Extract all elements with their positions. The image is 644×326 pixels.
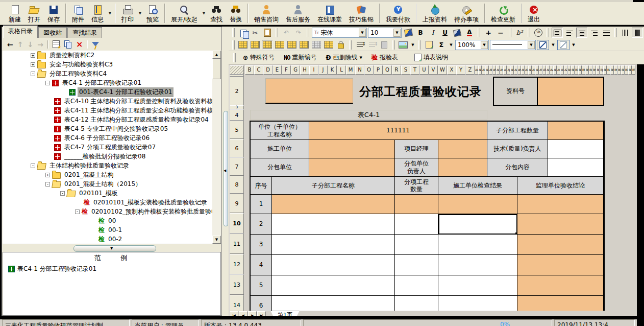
column-header[interactable]: AB (478, 65, 482, 75)
doc-number-field[interactable] (538, 78, 603, 105)
construction-unit-field[interactable] (309, 140, 395, 158)
pay-button[interactable]: 我要付款 (382, 2, 414, 25)
column-header[interactable]: AT (542, 65, 546, 75)
tech-lead-field[interactable] (548, 140, 604, 158)
toolbar-grip[interactable] (509, 28, 511, 37)
column-header[interactable]: AL (514, 65, 517, 75)
column-header[interactable]: T (410, 65, 419, 75)
column-header[interactable]: BS (632, 65, 635, 75)
tab-回收站[interactable]: 回收站 (38, 27, 67, 38)
align-left-button[interactable] (564, 28, 575, 38)
row-header[interactable]: 7 (230, 157, 244, 176)
column-header[interactable]: AP (528, 65, 532, 75)
copy-form-icon[interactable] (64, 40, 72, 48)
merge-cells-button[interactable] (250, 40, 261, 50)
tree-item[interactable]: 001-表C4-1 分部工程验收记录01 (3, 87, 212, 97)
sum-dropdown[interactable]: ▼ (448, 40, 454, 50)
tree-item[interactable]: 表C4-10 主体结构分部工程质量控制资料及验收资料核查记 (3, 97, 212, 106)
row-header[interactable]: 13 (230, 274, 244, 295)
collapse-left-icon[interactable]: ◀ (224, 169, 226, 173)
item-count-cell[interactable] (395, 275, 438, 296)
column-header[interactable]: AG (496, 65, 500, 75)
print-button[interactable]: 打印 (118, 2, 137, 25)
dropdown-arrow-icon[interactable]: ▼ (393, 29, 401, 37)
nav-down-icon[interactable]: ↓ (27, 41, 33, 48)
align-right-button[interactable] (588, 28, 600, 38)
subpart-name-cell[interactable] (272, 255, 395, 275)
bold-button[interactable]: B (415, 28, 426, 38)
form-edit-button[interactable] (424, 40, 435, 50)
check-result-cell[interactable] (438, 195, 517, 214)
column-header[interactable]: BM (610, 65, 614, 75)
subpart-name-cell[interactable] (272, 275, 395, 296)
undo-button[interactable]: ↶ (281, 28, 292, 38)
subpart-name-cell[interactable] (272, 195, 395, 214)
tree-item[interactable]: 检00 (3, 216, 212, 225)
acceptance-conclusion-cell[interactable] (517, 195, 604, 214)
insert-image-dropdown[interactable]: ▼ (410, 40, 416, 50)
font-size-select[interactable]: 10 ▼ (368, 28, 402, 38)
column-header[interactable]: U (419, 65, 429, 75)
sales-button[interactable]: 销售咨询 (251, 2, 282, 25)
tree-collapse-icon[interactable]: - (31, 164, 35, 168)
tree-expand-icon[interactable]: + (31, 62, 35, 67)
column-header[interactable]: H (300, 65, 309, 75)
unit-project-name-field[interactable]: 111111 (309, 122, 487, 140)
delete-row-button[interactable] (299, 40, 310, 50)
dropdown-arrow-icon[interactable]: ▼ (359, 29, 366, 37)
column-header[interactable]: AV (550, 65, 553, 75)
tree-collapse-icon[interactable]: - (45, 182, 50, 187)
column-header[interactable]: B (245, 65, 254, 75)
column-header[interactable]: O (364, 65, 374, 75)
column-header[interactable]: AE (489, 65, 492, 75)
italic-button[interactable]: I (427, 28, 438, 38)
row-header[interactable]: 4 (230, 109, 244, 121)
tree-item[interactable]: 检00-1 (3, 225, 212, 235)
insert-row-button[interactable] (286, 40, 298, 50)
column-header[interactable]: BA (567, 65, 571, 75)
toolbar-grip[interactable] (232, 28, 235, 37)
column-header[interactable]: BL (607, 65, 610, 75)
exit-button[interactable]: 退出 (524, 2, 543, 25)
column-header[interactable]: W (438, 65, 447, 75)
underline-button[interactable]: U (439, 28, 451, 38)
scroll-up-icon[interactable]: ▲ (212, 51, 221, 59)
save-button[interactable]: 保存 (44, 2, 63, 25)
tree-item[interactable]: 检02010101_模板安装检验批质量验收记录 (3, 198, 212, 207)
tree-expand-icon[interactable]: + (31, 53, 35, 58)
tree-item[interactable]: +质量控制资料C2 (3, 51, 212, 60)
column-header[interactable]: BF (585, 65, 589, 75)
shading-button[interactable] (311, 40, 322, 50)
column-header[interactable]: BE (582, 65, 585, 75)
column-header[interactable]: M (346, 65, 355, 75)
example-item[interactable]: 表C4-1 分部工程验收记录01 (3, 263, 220, 273)
tree-collapse-icon[interactable]: - (45, 81, 50, 85)
acceptance-conclusion-cell[interactable] (517, 235, 604, 255)
column-header[interactable]: AZ (564, 65, 567, 75)
tree-expand-icon[interactable]: + (45, 173, 50, 177)
column-header[interactable]: AQ (532, 65, 535, 75)
delete-form-icon[interactable]: × (76, 40, 83, 49)
column-header[interactable]: N (355, 65, 364, 75)
print-dropdown-arrow[interactable]: ▼ (137, 3, 143, 24)
column-header[interactable]: BR (628, 65, 632, 75)
strikeline-button[interactable]: Ð 画删除线 ▼ (323, 52, 366, 63)
attach-button[interactable]: 附件 (68, 2, 88, 25)
tree-collapse-icon[interactable]: - (75, 209, 80, 214)
column-header[interactable]: Y (456, 65, 465, 75)
tree-example-splitter[interactable]: ▼ (2, 244, 221, 252)
tree-item[interactable]: 表C4-11 主体结构分部工程质量安全和功能检验资料核查记 (3, 106, 212, 115)
border-style-dropdown[interactable]: ▼ (571, 40, 577, 50)
toolbar-grip[interactable] (233, 53, 236, 62)
acceptance-conclusion-cell[interactable] (517, 255, 604, 275)
column-header[interactable]: BG (589, 65, 592, 75)
column-header[interactable]: X (447, 65, 456, 75)
item-count-cell[interactable] (395, 255, 438, 275)
splitter-handle[interactable] (73, 245, 156, 252)
title-left-field[interactable] (265, 78, 353, 104)
renumber-button[interactable]: NO 重新编号 (280, 52, 320, 63)
split-cell-button[interactable] (274, 40, 285, 50)
row-header[interactable]: 6 (230, 139, 244, 157)
font-color-button[interactable] (403, 28, 414, 38)
replace-button[interactable]: 替换 (226, 2, 245, 25)
